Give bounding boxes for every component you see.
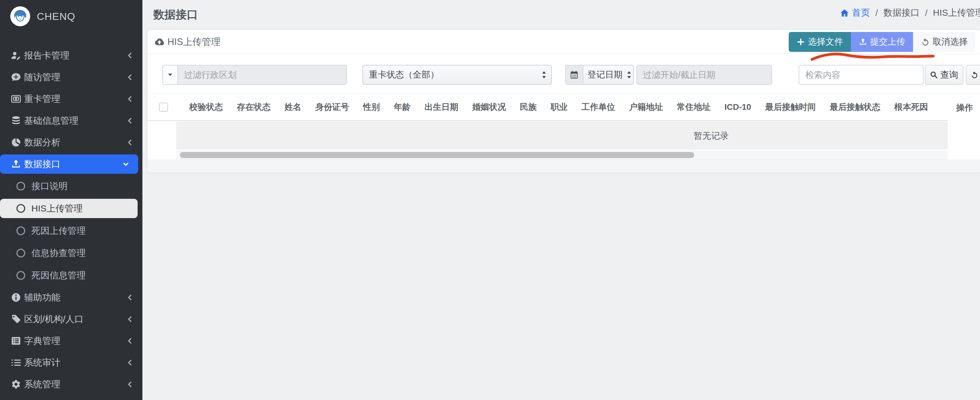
column-header[interactable]: 出生日期 (425, 102, 458, 113)
sidebar-item-dictionary[interactable]: 字典管理 (0, 330, 142, 352)
empty-records-text: 暂无记录 (694, 130, 729, 142)
search-input[interactable] (799, 65, 924, 85)
breadcrumb-level1: 数据接口 (883, 6, 920, 19)
chevron-left-icon (127, 117, 134, 124)
region-dropdown-toggle[interactable] (162, 65, 178, 85)
chevron-down-icon (123, 161, 129, 167)
sidebar-subitem-interface-doc[interactable]: 接口说明 (0, 175, 142, 197)
column-header[interactable]: 性别 (363, 102, 380, 113)
select-arrows-icon (622, 71, 632, 79)
horizontal-scrollbar[interactable] (176, 151, 948, 160)
sidebar-item-data-analysis[interactable]: 数据分析 (0, 132, 142, 153)
dup-status-select[interactable]: 重卡状态（全部） (363, 65, 552, 85)
avatar (10, 6, 30, 26)
column-header[interactable]: 婚姻状况 (472, 102, 506, 113)
breadcrumb-separator: / (925, 8, 928, 18)
choose-file-button[interactable]: 选择文件 (789, 32, 851, 52)
column-header[interactable]: 工作单位 (581, 102, 615, 113)
dup-status-selected-value: 重卡状态（全部） (369, 69, 538, 81)
circle-icon (16, 225, 31, 236)
circle-icon (16, 270, 31, 281)
chevron-left-icon (127, 294, 134, 301)
sidebar-subitem-death-upload[interactable]: 死因上传管理 (0, 220, 142, 242)
circle-icon (16, 203, 31, 214)
chevron-left-icon (127, 95, 134, 102)
column-header[interactable]: 职业 (550, 102, 568, 113)
sidebar-subitem-label: 死因信息管理 (31, 269, 86, 282)
column-header[interactable]: 民族 (520, 102, 537, 113)
sidebar-item-report-card[interactable]: 报告卡管理 (0, 44, 142, 67)
tag-icon (11, 314, 24, 324)
column-header[interactable]: 身份证号 (315, 102, 349, 113)
breadcrumb-home-link[interactable]: 首页 (840, 6, 870, 19)
sidebar-item-basic-info[interactable]: 基础信息管理 (0, 110, 142, 132)
chevron-left-icon (127, 381, 134, 387)
sidebar-subitem-label: 信息协查管理 (31, 247, 86, 259)
column-header[interactable]: ICD-10 (724, 102, 751, 112)
sidebar-item-region-org-pop[interactable]: 区划/机构/人口 (0, 308, 142, 330)
his-upload-panel: HIS上传管理 选择文件 提交上传 取消选择 (147, 30, 980, 173)
sidebar-item-label: 系统管理 (24, 378, 124, 390)
sidebar-item-duplicate-card[interactable]: 重卡管理 (0, 88, 142, 110)
sidebar-item-system-management[interactable]: 系统管理 (0, 373, 142, 395)
date-range-input[interactable] (636, 65, 772, 85)
breadcrumb-home-label: 首页 (852, 6, 870, 19)
calendar-addon[interactable] (565, 65, 583, 85)
column-header[interactable]: 最后接触状态 (830, 102, 880, 113)
column-header[interactable]: 常住地址 (677, 102, 711, 113)
sidebar-subitem-his-upload[interactable]: HIS上传管理 (0, 199, 138, 218)
select-all-checkbox[interactable] (159, 103, 168, 112)
dictionary-icon (11, 336, 24, 346)
upload-icon (11, 159, 24, 169)
upload-icon (859, 38, 870, 46)
column-header-action[interactable]: 操作 (956, 102, 973, 113)
info-circle-icon (11, 292, 24, 303)
filter-row: 重卡状态（全部） 登记日期 查询 (148, 63, 980, 85)
circle-icon (16, 248, 31, 258)
home-icon (840, 8, 852, 18)
panel-title-label: HIS上传管理 (167, 36, 221, 48)
column-header[interactable]: 校验状态 (189, 102, 223, 113)
sidebar-item-label: 基础信息管理 (24, 114, 124, 127)
query-label: 查询 (940, 69, 958, 81)
panel-footer (148, 160, 980, 173)
user-edit-icon (11, 50, 24, 60)
database-icon (11, 116, 24, 126)
column-header[interactable]: 户籍地址 (629, 102, 663, 113)
cancel-select-button[interactable]: 取消选择 (913, 32, 975, 52)
reset-button[interactable]: 重置 (966, 65, 980, 85)
red-scribble-annotation (809, 50, 939, 62)
table-column-headers: 校验状态 存在状态 姓名 身份证号 性别 年龄 出生日期 婚姻状况 民族 职业 … (184, 94, 928, 121)
breadcrumb-level2: HIS上传管理 (933, 6, 980, 19)
column-header[interactable]: 根本死因 (894, 102, 928, 113)
panel-header: HIS上传管理 选择文件 提交上传 取消选择 (148, 30, 980, 54)
submit-upload-label: 提交上传 (870, 36, 905, 48)
calendar-icon (570, 71, 578, 79)
chevron-left-icon (127, 139, 134, 146)
sidebar-item-label: 随访管理 (24, 71, 124, 84)
date-type-selected-value: 登记日期 (587, 69, 622, 81)
submit-upload-button[interactable]: 提交上传 (851, 32, 913, 52)
select-arrows-icon (538, 71, 546, 79)
sidebar-item-label: 字典管理 (24, 335, 124, 347)
sidebar-item-auxiliary[interactable]: 辅助功能 (0, 287, 142, 308)
column-header[interactable]: 年龄 (394, 102, 410, 113)
column-header[interactable]: 最后接触时间 (765, 102, 816, 113)
query-button[interactable]: 查询 (925, 65, 963, 85)
sidebar-item-label: 辅助功能 (24, 291, 124, 304)
date-type-select[interactable]: 登记日期 (583, 65, 634, 85)
audit-list-icon (11, 357, 24, 368)
sidebar-subitem-info-investigation[interactable]: 信息协查管理 (0, 242, 142, 264)
region-filter-input[interactable] (178, 65, 347, 85)
column-header[interactable]: 姓名 (285, 102, 301, 113)
sidebar-subitem-death-info[interactable]: 死因信息管理 (0, 264, 142, 287)
sidebar-item-data-interface[interactable]: 数据接口 (0, 154, 138, 174)
sidebar-item-system-audit[interactable]: 系统审计 (0, 352, 142, 373)
horizontal-scrollbar-thumb[interactable] (180, 152, 694, 158)
table-header-row: 校验状态 存在状态 姓名 身份证号 性别 年龄 出生日期 婚姻状况 民族 职业 … (148, 93, 980, 121)
sidebar-item-followup[interactable]: 随访管理 (0, 67, 142, 88)
brand[interactable]: CHENQ (0, 0, 142, 28)
column-header[interactable]: 存在状态 (237, 102, 270, 113)
breadcrumb-separator: / (875, 8, 878, 18)
undo-icon (970, 71, 980, 79)
